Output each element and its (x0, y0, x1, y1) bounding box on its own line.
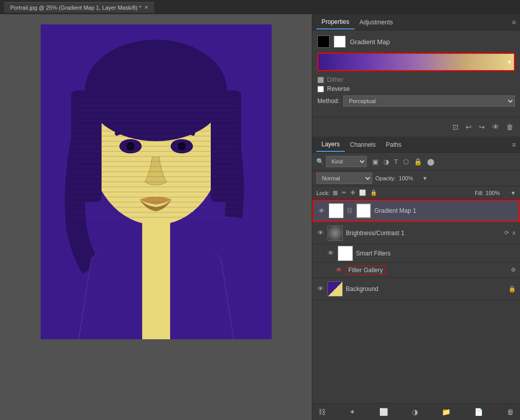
layer-name-gradient-map-1: Gradient Map 1 (374, 207, 515, 214)
kind-select[interactable]: Kind (326, 156, 367, 167)
lock-position-icon[interactable]: ✙ (349, 188, 356, 197)
opacity-value: 100% (399, 175, 419, 181)
title-bar: Portrait.jpg @ 25% (Gradient Map 1, Laye… (0, 0, 520, 14)
method-select[interactable]: Perceptual Linear Classic (343, 95, 515, 107)
layer-visibility-gradient-map[interactable]: 👁 (317, 207, 326, 215)
undo-icon[interactable]: ↩ (464, 121, 473, 133)
background-lock-icon: 🔒 (508, 285, 516, 293)
lock-icons: ▦ ✏ ✙ ⬜ 🔒 (332, 188, 378, 197)
layer-row-filter-gallery[interactable]: 👁 Filter Gallery ⚙ (312, 263, 520, 278)
lock-transparent-icon[interactable]: ▦ (332, 188, 339, 197)
reverse-label: Reverse (327, 85, 350, 92)
lock-artboard-icon[interactable]: ⬜ (358, 188, 367, 197)
layer-name-filter-gallery: Filter Gallery (346, 266, 385, 275)
adjustment-filter-icon[interactable]: ◑ (382, 157, 391, 167)
canvas-image (41, 24, 272, 339)
canvas-area[interactable] (0, 14, 312, 420)
tab-properties[interactable]: Properties (316, 15, 354, 29)
tab-close-button[interactable]: ✕ (144, 5, 148, 10)
expand-icon[interactable]: ⟳ (504, 230, 509, 236)
swatch-black (317, 36, 330, 48)
swatch-white (334, 36, 346, 48)
pixel-filter-icon[interactable]: ▣ (371, 157, 380, 167)
delete-icon[interactable]: 🗑 (505, 121, 515, 133)
layer-chain-gradient-map: ⛓ (347, 207, 353, 214)
layers-bottom-bar: ⛓ ✦ ⬜ ◑ 📁 📄 🗑 (312, 403, 520, 420)
layer-row-gradient-map-1[interactable]: 👁 ⛓ Gradient Map 1 (312, 200, 520, 222)
layers-panel: Layers Channels Paths ≡ 🔍 Kind ▣ ◑ (312, 137, 520, 420)
layer-row-background[interactable]: 👁 Background 🔒 (312, 278, 520, 300)
new-layer-icon[interactable]: 📄 (472, 407, 485, 417)
gradient-map-label: Gradient Map (350, 38, 390, 46)
tab-adjustments[interactable]: Adjustments (354, 16, 398, 29)
properties-panel: Properties Adjustments ≡ Gradient Map (312, 14, 520, 137)
layer-row-brightness-contrast[interactable]: 👁 Brightness/Contrast 1 ⟳ ∧ (312, 222, 520, 244)
main-layout: Properties Adjustments ≡ Gradient Map (0, 14, 520, 420)
layer-visibility-filter-gallery[interactable]: 👁 (335, 266, 343, 274)
layers-menu-icon[interactable]: ≡ (512, 141, 516, 149)
filter-icons: ▣ ◑ T ⬡ 🔒 ⬤ (371, 157, 436, 167)
fill-arrow[interactable]: ▼ (510, 190, 516, 196)
dither-checkbox[interactable] (317, 77, 324, 83)
gradient-map-header: Gradient Map (317, 36, 515, 48)
fill-label: Fill: (475, 190, 483, 196)
clip-icon[interactable]: ⊡ (451, 121, 460, 133)
link-layers-icon[interactable]: ⛓ (316, 407, 328, 417)
reverse-row: Reverse (317, 85, 515, 92)
color-filter-icon[interactable]: ⬤ (426, 157, 436, 167)
filter-gallery-settings[interactable]: ⚙ (511, 267, 516, 273)
layers-toolbar: 🔍 Kind ▣ ◑ T ⬡ 🔒 ⬤ (312, 153, 520, 171)
properties-content: Gradient Map ▼ Dither Reverse (312, 30, 520, 117)
lock-all-icon[interactable]: 🔒 (369, 188, 378, 197)
layer-visibility-background[interactable]: 👁 (316, 285, 324, 293)
layer-name-smart-filters: Smart Filters (356, 250, 516, 257)
document-tab[interactable]: Portrait.jpg @ 25% (Gradient Map 1, Laye… (4, 2, 154, 13)
dither-label: Dither (327, 76, 343, 83)
reverse-checkbox[interactable] (317, 86, 324, 92)
add-style-icon[interactable]: ✦ (347, 407, 358, 417)
new-fill-layer-icon[interactable]: ◑ (410, 407, 420, 417)
document-tab-label: Portrait.jpg @ 25% (Gradient Map 1, Laye… (10, 5, 141, 11)
layer-visibility-smart-filters[interactable]: 👁 (327, 249, 335, 257)
lock-row: Lock: ▦ ✏ ✙ ⬜ 🔒 Fill: 100% ▼ (312, 186, 520, 200)
props-bottom-icons: ⊡ ↩ ↪ 👁 🗑 (312, 117, 520, 137)
shape-filter-icon[interactable]: ⬡ (402, 157, 410, 167)
blend-row: Normal Multiply Screen Overlay Opacity: … (312, 171, 520, 186)
visibility-icon[interactable]: 👁 (491, 121, 501, 133)
layers-list: 👁 ⛓ Gradient Map 1 👁 Brig (312, 200, 520, 403)
layer-row-smart-filters[interactable]: 👁 Smart Filters (312, 244, 520, 263)
dither-row: Dither (317, 76, 515, 83)
gradient-dropdown-arrow[interactable]: ▼ (507, 59, 512, 65)
method-label: Method: (317, 98, 339, 105)
gradient-bar-container[interactable]: ▼ (317, 53, 515, 71)
lock-label: Lock: (316, 190, 330, 196)
fill-value: 100% (485, 190, 508, 196)
tab-layers[interactable]: Layers (316, 138, 345, 152)
properties-tabs: Properties Adjustments ≡ (312, 14, 520, 30)
lock-paint-icon[interactable]: ✏ (341, 188, 347, 197)
redo-icon[interactable]: ↪ (477, 121, 486, 133)
search-icon: 🔍 (316, 158, 324, 165)
method-row: Method: Perceptual Linear Classic (317, 95, 515, 107)
layer-thumb-smart-filters (338, 246, 353, 261)
smart-filter-icon[interactable]: 🔒 (412, 157, 424, 167)
new-group-icon[interactable]: 📁 (440, 407, 452, 417)
collapse-icon[interactable]: ∧ (512, 230, 516, 236)
right-panel: Properties Adjustments ≡ Gradient Map (312, 14, 520, 420)
blend-mode-select[interactable]: Normal Multiply Screen Overlay (316, 173, 372, 184)
layer-thumb-gradient-map-mask (356, 203, 371, 218)
delete-layer-icon[interactable]: 🗑 (505, 407, 516, 417)
layer-thumb-brightness (328, 225, 343, 241)
opacity-arrow[interactable]: ▼ (422, 175, 428, 181)
add-mask-icon[interactable]: ⬜ (377, 407, 390, 417)
layer-thumb-background (328, 281, 343, 297)
opacity-label: Opacity: (375, 175, 396, 181)
layers-tabs: Layers Channels Paths ≡ (312, 137, 520, 153)
layer-visibility-brightness[interactable]: 👁 (316, 229, 324, 237)
tab-paths[interactable]: Paths (381, 138, 407, 151)
type-filter-icon[interactable]: T (393, 157, 400, 167)
gradient-bar[interactable] (318, 54, 514, 70)
layer-name-background: Background (346, 285, 505, 293)
properties-menu-icon[interactable]: ≡ (512, 18, 516, 26)
tab-channels[interactable]: Channels (345, 138, 381, 151)
